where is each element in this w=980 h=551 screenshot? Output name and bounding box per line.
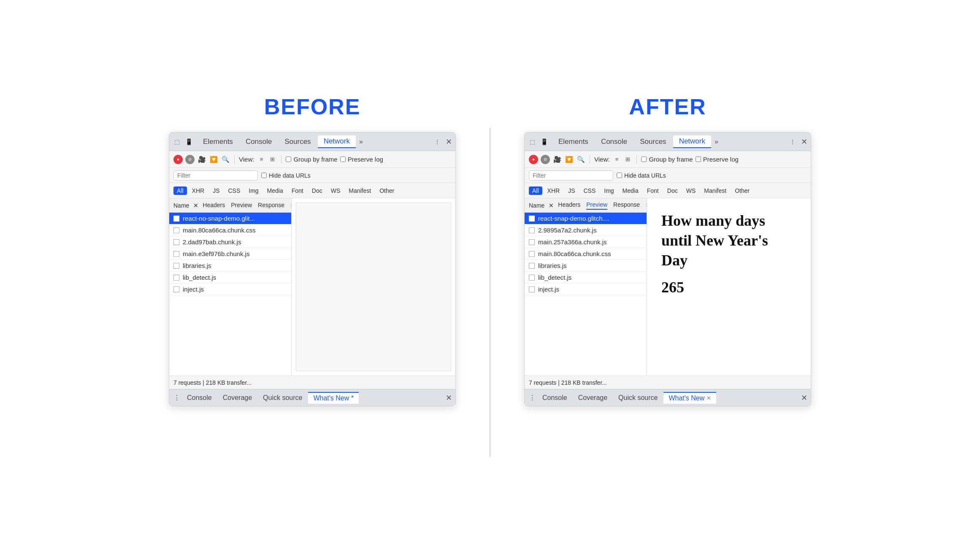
type-doc-before[interactable]: Doc — [309, 186, 326, 195]
whats-new-close-after[interactable]: ✕ — [707, 395, 711, 401]
type-img-after[interactable]: Img — [601, 186, 617, 195]
list-view-icon-before[interactable]: ≡ — [257, 155, 266, 164]
type-css-before[interactable]: CSS — [225, 186, 244, 195]
type-img-before[interactable]: Img — [245, 186, 262, 195]
group-by-frame-before[interactable]: Group by frame — [286, 156, 337, 163]
type-js-before[interactable]: JS — [209, 186, 223, 195]
hide-urls-checkbox-before[interactable] — [261, 173, 267, 178]
group-by-frame-checkbox-after[interactable] — [641, 157, 647, 162]
inspect-icon[interactable]: ⬚ — [173, 138, 181, 146]
file-item-after-5[interactable]: lib_detect.js — [525, 272, 647, 284]
grid-view-icon-before[interactable]: ⊞ — [268, 155, 277, 164]
bottom-tab-coverage-after[interactable]: Coverage — [573, 392, 612, 403]
headers-tab-before[interactable]: Headers — [203, 202, 225, 209]
camera-icon-after[interactable]: 🎥 — [552, 155, 562, 164]
search-icon-after[interactable]: 🔍 — [576, 155, 585, 164]
file-item-before-0[interactable]: react-no-snap-demo.glit... — [169, 213, 291, 224]
tab-network-before[interactable]: Network — [318, 135, 356, 148]
tab-sources-before[interactable]: Sources — [279, 136, 317, 148]
tab-more-after[interactable]: » — [712, 136, 721, 147]
hide-urls-checkbox-after[interactable] — [617, 173, 622, 178]
preserve-log-checkbox-before[interactable] — [340, 157, 346, 162]
bottom-menu-icon-before[interactable]: ⋮ — [173, 394, 181, 402]
file-item-before-3[interactable]: main.e3ef976b.chunk.js — [169, 248, 291, 260]
bottom-tab-console-after[interactable]: Console — [537, 392, 572, 403]
file-item-before-2[interactable]: 2.dad97bab.chunk.js — [169, 236, 291, 248]
tab-close-before[interactable]: ✕ — [446, 137, 452, 146]
file-item-after-0[interactable]: react-snap-demo.glitch.... — [525, 213, 647, 224]
clear-btn-before[interactable]: ⊘ — [185, 155, 195, 164]
type-ws-after[interactable]: WS — [683, 186, 699, 195]
file-item-before-4[interactable]: libraries.js — [169, 260, 291, 272]
type-xhr-before[interactable]: XHR — [189, 186, 208, 195]
bottom-menu-icon-after[interactable]: ⋮ — [528, 394, 536, 402]
grid-view-icon-after[interactable]: ⊞ — [623, 155, 632, 164]
clear-btn-after[interactable]: ⊘ — [541, 155, 550, 164]
file-item-before-1[interactable]: main.80ca66ca.chunk.css — [169, 224, 291, 236]
preserve-log-before[interactable]: Preserve log — [340, 156, 383, 163]
type-xhr-after[interactable]: XHR — [544, 186, 563, 195]
preserve-log-checkbox-after[interactable] — [696, 157, 701, 162]
preview-tab-before[interactable]: Preview — [231, 202, 252, 209]
type-doc-after[interactable]: Doc — [664, 186, 681, 195]
type-other-after[interactable]: Other — [731, 186, 753, 195]
bottom-close-after[interactable]: ✕ — [801, 393, 807, 402]
record-btn-before[interactable]: ● — [173, 155, 183, 164]
type-manifest-before[interactable]: Manifest — [345, 186, 374, 195]
device-icon-after[interactable]: 📱 — [540, 138, 548, 146]
device-icon[interactable]: 📱 — [184, 138, 193, 146]
tab-console-after[interactable]: Console — [595, 136, 633, 148]
file-item-after-2[interactable]: main.257a366a.chunk.js — [525, 236, 647, 248]
col-header-close-before[interactable]: ✕ — [193, 202, 198, 209]
tab-close-after[interactable]: ✕ — [801, 137, 807, 146]
tab-more-before[interactable]: » — [357, 136, 365, 147]
settings-icon-after[interactable]: ⋮ — [788, 138, 797, 146]
tab-network-after[interactable]: Network — [673, 135, 711, 148]
type-css-after[interactable]: CSS — [580, 186, 599, 195]
type-ws-before[interactable]: WS — [328, 186, 344, 195]
bottom-tab-coverage-before[interactable]: Coverage — [218, 392, 257, 403]
file-item-after-3[interactable]: main.80ca66ca.chunk.css — [525, 248, 647, 260]
type-all-before[interactable]: All — [173, 186, 187, 195]
group-by-frame-after[interactable]: Group by frame — [641, 156, 693, 163]
type-media-after[interactable]: Media — [619, 186, 642, 195]
list-view-icon-after[interactable]: ≡ — [612, 155, 621, 164]
type-font-before[interactable]: Font — [288, 186, 307, 195]
bottom-tab-quick-source-after[interactable]: Quick source — [613, 392, 663, 403]
preserve-log-after[interactable]: Preserve log — [696, 156, 739, 163]
hide-urls-before[interactable]: Hide data URLs — [261, 172, 311, 179]
file-item-after-1[interactable]: 2.9895a7a2.chunk.js — [525, 224, 647, 236]
bottom-tab-console-before[interactable]: Console — [182, 392, 217, 403]
bottom-tab-whats-new-after[interactable]: What's New ✕ — [663, 392, 716, 404]
file-item-after-4[interactable]: libraries.js — [525, 260, 647, 272]
headers-tab-after[interactable]: Headers — [558, 201, 580, 210]
type-other-before[interactable]: Other — [376, 186, 398, 195]
type-manifest-after[interactable]: Manifest — [701, 186, 730, 195]
type-media-before[interactable]: Media — [264, 186, 287, 195]
type-font-after[interactable]: Font — [644, 186, 662, 195]
search-icon-before[interactable]: 🔍 — [221, 155, 230, 164]
tab-console-before[interactable]: Console — [240, 136, 278, 148]
filter-input-after[interactable] — [529, 170, 613, 181]
tab-sources-after[interactable]: Sources — [634, 136, 672, 148]
tab-elements-before[interactable]: Elements — [197, 136, 239, 148]
type-all-after[interactable]: All — [529, 186, 542, 195]
hide-urls-after[interactable]: Hide data URLs — [617, 172, 666, 179]
filter-icon-before[interactable]: 🔽 — [209, 155, 218, 164]
file-item-before-6[interactable]: inject.js — [169, 284, 291, 295]
bottom-close-before[interactable]: ✕ — [446, 393, 452, 402]
filter-input-before[interactable] — [173, 170, 258, 181]
tab-elements-after[interactable]: Elements — [552, 136, 594, 148]
preview-tab-after[interactable]: Preview — [586, 201, 607, 210]
type-js-after[interactable]: JS — [565, 186, 578, 195]
col-header-close-after[interactable]: ✕ — [549, 202, 554, 209]
camera-icon-before[interactable]: 🎥 — [197, 155, 206, 164]
record-btn-after[interactable]: ● — [529, 155, 538, 164]
settings-icon-before[interactable]: ⋮ — [433, 138, 441, 146]
group-by-frame-checkbox-before[interactable] — [286, 157, 291, 162]
response-tab-after[interactable]: Response — [613, 201, 640, 210]
file-item-before-5[interactable]: lib_detect.js — [169, 272, 291, 284]
bottom-tab-whats-new-before[interactable]: What's New * — [308, 392, 359, 404]
file-item-after-6[interactable]: inject.js — [525, 284, 647, 295]
filter-icon-after[interactable]: 🔽 — [564, 155, 574, 164]
